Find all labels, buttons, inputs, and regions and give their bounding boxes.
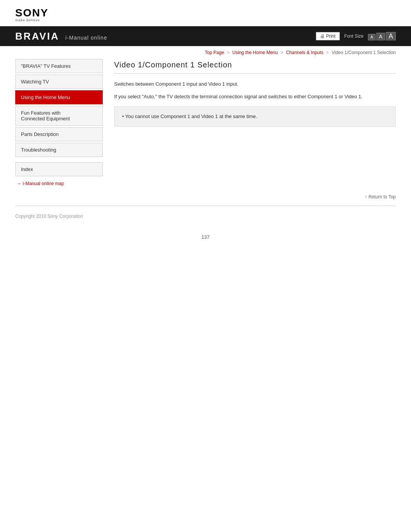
bravia-header-bar: BRAVIA i-Manual online 🖨 Print Font Size… bbox=[0, 26, 411, 46]
sidebar-item-using-home-menu[interactable]: Using the Home Menu bbox=[15, 90, 103, 104]
print-button[interactable]: 🖨 Print bbox=[316, 32, 340, 40]
map-link-arrow-icon: → bbox=[17, 181, 21, 186]
page-title: Video 1/Component 1 Selection bbox=[114, 61, 396, 73]
sidebar-item-bravia-features-label: "BRAVIA" TV Features bbox=[21, 63, 71, 69]
return-to-top-link[interactable]: ↑ Return to Top bbox=[365, 194, 396, 200]
content-area: Video 1/Component 1 Selection Switches b… bbox=[114, 59, 396, 132]
sidebar-item-parts-description-label: Parts Description bbox=[21, 131, 59, 137]
return-top-arrow-icon: ↑ bbox=[365, 194, 367, 200]
sidebar-item-bravia-features[interactable]: "BRAVIA" TV Features bbox=[15, 59, 103, 73]
breadcrumb-sep-2: > bbox=[280, 50, 283, 55]
sidebar-item-watching-tv-label: Watching TV bbox=[21, 79, 49, 85]
breadcrumb-home-menu[interactable]: Using the Home Menu bbox=[233, 50, 278, 55]
breadcrumb-sep-1: > bbox=[227, 50, 229, 55]
sidebar-item-fun-features[interactable]: Fun Features withConnected Equipment bbox=[15, 106, 103, 126]
breadcrumb: Top Page > Using the Home Menu > Channel… bbox=[0, 46, 411, 59]
bravia-logo: BRAVIA bbox=[15, 30, 59, 42]
page-number: 137 bbox=[0, 223, 411, 248]
bravia-subtitle: i-Manual online bbox=[65, 35, 107, 41]
sidebar-divider bbox=[15, 158, 103, 162]
bottom-divider bbox=[15, 206, 396, 206]
sony-logo: SONY make.believe bbox=[15, 7, 396, 22]
font-size-label: Font Size bbox=[344, 34, 364, 39]
logo-bar: SONY make.believe bbox=[0, 0, 411, 26]
sony-tagline: make.believe bbox=[15, 18, 40, 22]
return-to-top-bar: ↑ Return to Top bbox=[0, 186, 411, 203]
sony-logo-text: SONY bbox=[15, 7, 48, 19]
copyright: Copyright 2010 Sony Corporation bbox=[0, 210, 411, 223]
sidebar-item-fun-features-label: Fun Features withConnected Equipment bbox=[21, 110, 70, 121]
font-size-small-button[interactable]: A bbox=[368, 34, 375, 40]
print-label: Print bbox=[326, 34, 336, 39]
font-size-buttons: A A A bbox=[368, 32, 396, 40]
main-layout: "BRAVIA" TV Features Watching TV Using t… bbox=[0, 59, 411, 186]
breadcrumb-current: Video 1/Component 1 Selection bbox=[331, 50, 396, 55]
note-box: You cannot use Component 1 and Video 1 a… bbox=[114, 106, 396, 127]
return-top-label: Return to Top bbox=[368, 194, 396, 200]
sidebar-item-using-home-menu-label: Using the Home Menu bbox=[21, 94, 70, 100]
sidebar-item-troubleshooting[interactable]: Troubleshooting bbox=[15, 143, 103, 157]
print-icon: 🖨 bbox=[320, 34, 325, 39]
sidebar-item-parts-description[interactable]: Parts Description bbox=[15, 127, 103, 141]
sidebar: "BRAVIA" TV Features Watching TV Using t… bbox=[15, 59, 103, 186]
note-bullet-1: You cannot use Component 1 and Video 1 a… bbox=[122, 113, 388, 121]
content-para-2: If you select "Auto," the TV detects the… bbox=[114, 93, 396, 101]
breadcrumb-top-page[interactable]: Top Page bbox=[205, 50, 224, 55]
sidebar-item-troubleshooting-label: Troubleshooting bbox=[21, 147, 56, 153]
breadcrumb-channels-inputs[interactable]: Channels & Inputs bbox=[286, 50, 323, 55]
breadcrumb-sep-3: > bbox=[326, 50, 329, 55]
bravia-left: BRAVIA i-Manual online bbox=[15, 30, 107, 42]
bravia-right: 🖨 Print Font Size A A A bbox=[316, 32, 396, 40]
font-size-medium-button[interactable]: A bbox=[376, 33, 385, 40]
sidebar-item-index[interactable]: Index bbox=[15, 162, 103, 176]
content-para-1: Switches between Component 1 input and V… bbox=[114, 80, 396, 88]
sidebar-item-watching-tv[interactable]: Watching TV bbox=[15, 75, 103, 89]
sidebar-index-label: Index bbox=[21, 166, 33, 172]
font-size-large-button[interactable]: A bbox=[386, 32, 396, 40]
sidebar-map-link[interactable]: → i-Manual online map bbox=[15, 181, 103, 186]
map-link-text[interactable]: i-Manual online map bbox=[23, 181, 64, 186]
